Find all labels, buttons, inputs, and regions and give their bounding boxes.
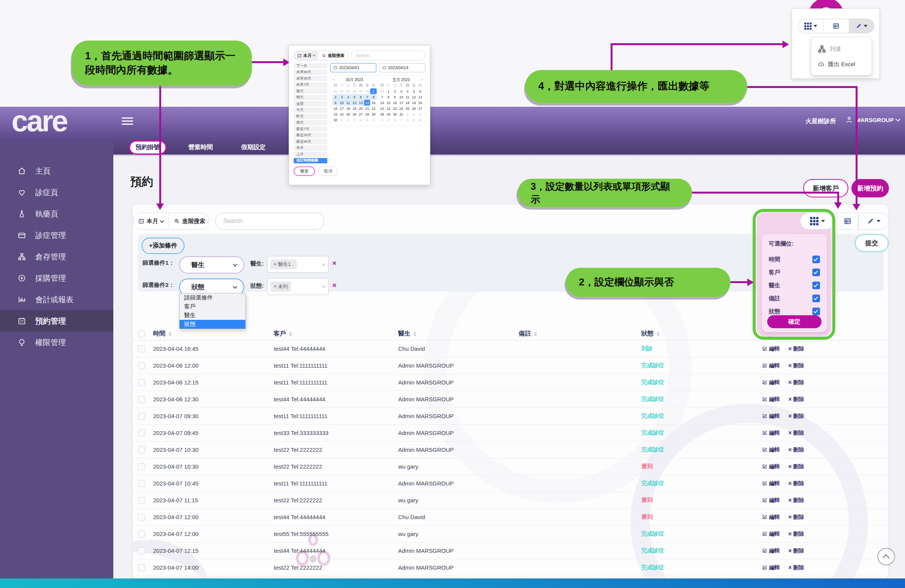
row-checkbox[interactable] (138, 497, 145, 504)
calendar-day[interactable]: 23 (392, 106, 398, 111)
sort-icon[interactable] (657, 332, 660, 336)
calendar-day[interactable]: 26 (332, 88, 339, 94)
calendar-day[interactable]: 27 (358, 111, 364, 117)
preset-item[interactable]: 最近30天 (294, 133, 327, 138)
sidebar-item-card[interactable]: 診症管理 (0, 225, 113, 246)
calendar-day[interactable]: 31 (398, 111, 405, 117)
row-checkbox[interactable] (138, 379, 145, 386)
calendar-day[interactable]: 4 (358, 117, 364, 123)
month-filter-button[interactable]: 本月 (294, 51, 319, 60)
calendar-day[interactable]: 31 (364, 88, 371, 94)
tab-2[interactable]: 假期設定 (236, 142, 271, 153)
delete-button[interactable]: ×刪除 (788, 514, 804, 521)
dropdown-option[interactable]: 請篩選條件 (180, 293, 245, 302)
calendar-day[interactable]: 7 (379, 94, 386, 100)
clear-icon[interactable]: × (322, 284, 325, 290)
column-checkbox[interactable] (812, 269, 820, 276)
calendar-day[interactable]: 6 (417, 88, 423, 94)
add-condition-button[interactable]: +添加條件 (142, 238, 185, 254)
calendar-day[interactable]: 17 (398, 100, 405, 106)
calendar-day[interactable]: 21 (379, 106, 386, 111)
row-checkbox[interactable] (138, 514, 145, 521)
prev-month-icon[interactable]: ‹ (333, 77, 335, 81)
calendar-day[interactable]: 26 (411, 106, 417, 111)
preset-item[interactable]: 後天 (294, 88, 327, 94)
row-checkbox[interactable] (138, 396, 145, 403)
calendar-day[interactable]: 16 (332, 106, 339, 111)
calendar-day[interactable]: 4 (379, 117, 386, 123)
delete-button[interactable]: ×刪除 (788, 362, 804, 369)
calendar-day[interactable]: 10 (398, 94, 405, 100)
calendar-day[interactable]: 22 (370, 106, 377, 111)
delete-button[interactable]: ×刪除 (788, 379, 804, 386)
calendar-day[interactable]: 3 (351, 117, 358, 123)
remove-condition2-button[interactable]: × (332, 281, 337, 290)
confirm-button[interactable]: 確定 (767, 315, 822, 328)
calendar-day[interactable]: 28 (364, 111, 371, 117)
edit-button[interactable]: 編輯 (762, 446, 780, 453)
calendar-day[interactable]: 15 (370, 100, 377, 106)
calendar-day[interactable]: 10 (339, 100, 345, 106)
edit-button[interactable]: 編輯 (762, 362, 780, 369)
calendar-day[interactable]: 1 (339, 117, 345, 123)
calendar-day[interactable]: 14 (364, 100, 371, 106)
menu-item-sitemap[interactable]: 到達 (812, 41, 871, 57)
row-checkbox[interactable] (138, 463, 145, 470)
grid-view-button[interactable] (798, 19, 823, 33)
calendar-day[interactable]: 2 (411, 111, 417, 117)
calendar-day[interactable]: 26 (351, 111, 358, 117)
delete-button[interactable]: ×刪除 (788, 480, 804, 487)
calendar-day[interactable]: 9 (411, 117, 417, 123)
dropdown-option[interactable]: 客戶 (180, 302, 245, 311)
preset-item[interactable]: 全部 (294, 101, 327, 106)
delete-button[interactable]: ×刪除 (788, 531, 804, 538)
calendar-day[interactable]: 5 (411, 88, 417, 94)
column-checkbox[interactable] (812, 256, 820, 263)
condition1-select[interactable]: 醫生 (179, 256, 244, 274)
preset-item[interactable]: 未來7天 (294, 82, 327, 88)
sort-icon[interactable] (413, 332, 417, 336)
delete-button[interactable]: ×刪除 (788, 446, 804, 453)
preset-item[interactable]: 最近90天 (294, 139, 327, 144)
delete-button[interactable]: ×刪除 (788, 396, 804, 403)
calendar-day[interactable]: 1 (386, 88, 392, 94)
row-checkbox[interactable] (138, 446, 145, 453)
edit-actions-button[interactable] (849, 19, 874, 33)
edit-button[interactable]: 編輯 (762, 396, 780, 403)
edit-button[interactable]: 編輯 (762, 379, 780, 386)
status-tag-input[interactable]: × 未到 × (267, 278, 328, 295)
calendar-day[interactable]: 16 (392, 100, 398, 106)
preset-item[interactable]: 明天 (294, 95, 327, 100)
edit-button[interactable]: 編輯 (762, 430, 780, 437)
calendar-day[interactable]: 1 (370, 88, 377, 94)
calendar-day[interactable]: 17 (339, 106, 345, 111)
select-all-checkbox[interactable] (138, 331, 145, 337)
list-view-button[interactable] (837, 213, 858, 230)
row-checkbox[interactable] (138, 430, 145, 437)
sidebar-item-bar-chart[interactable]: 會計或報表 (0, 289, 113, 310)
calendar-day[interactable]: 4 (345, 94, 351, 100)
preset-item[interactable]: 下一月 (294, 63, 327, 68)
delete-button[interactable]: ×刪除 (788, 547, 804, 554)
calendar-day[interactable]: 2 (332, 94, 339, 100)
calendar-day[interactable]: 30 (379, 88, 386, 94)
column-checkbox[interactable] (812, 295, 820, 302)
calendar-day[interactable]: 6 (358, 94, 364, 100)
sort-icon[interactable] (534, 332, 537, 336)
calendar-day[interactable]: 10 (417, 117, 423, 123)
edit-actions-button[interactable] (858, 213, 889, 230)
search-input[interactable] (351, 50, 425, 60)
next-month-icon[interactable]: › (421, 77, 423, 81)
edit-button[interactable]: 編輯 (762, 345, 780, 352)
calendar-day[interactable]: 29 (386, 111, 392, 117)
calendar-day[interactable]: 5 (351, 94, 358, 100)
edit-button[interactable]: 編輯 (762, 514, 780, 521)
calendar-day[interactable]: 1 (404, 111, 411, 117)
cancel-button[interactable]: 取消 (318, 166, 338, 176)
sort-icon[interactable] (168, 332, 172, 336)
status-tag[interactable]: × 未到 (271, 282, 291, 292)
calendar-day[interactable]: 3 (398, 88, 405, 94)
sidebar-item-plus-circle[interactable]: 採購管理 (0, 267, 113, 289)
calendar-day[interactable]: 27 (339, 88, 345, 94)
calendar-day[interactable]: 30 (332, 117, 339, 123)
